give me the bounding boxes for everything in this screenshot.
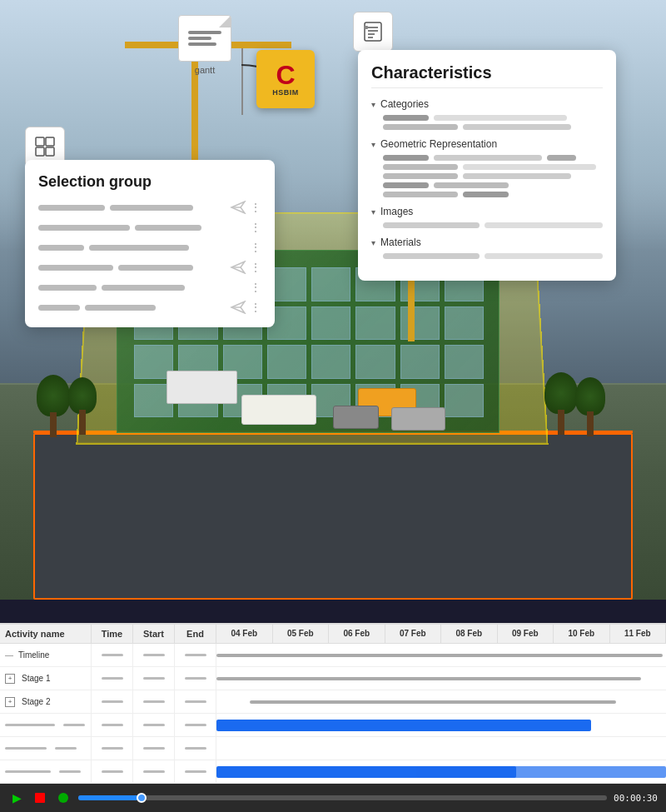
playback-track[interactable] <box>78 795 607 800</box>
gantt-row-activity <box>0 737 92 760</box>
start-dash <box>143 770 165 773</box>
time-dash <box>102 770 123 773</box>
char-section-label-geometric: Geometric Representation <box>380 138 497 150</box>
char-row <box>383 192 603 197</box>
end-dash <box>185 770 206 773</box>
sel-pill <box>38 285 97 291</box>
start-dash <box>143 747 165 750</box>
sel-row-left <box>38 245 246 251</box>
gantt-row-time <box>92 714 133 736</box>
char-section-header-images[interactable]: ▾ Images <box>371 206 603 217</box>
more-dots-icon[interactable]: ⋮ <box>250 261 261 274</box>
char-rows-geometric <box>371 155 603 197</box>
gantt-date-11feb: 11 Feb <box>610 625 667 643</box>
char-section-header-geometric[interactable]: ▾ Geometric Representation <box>371 138 603 150</box>
gantt-col-start: Start <box>133 625 175 643</box>
end-dash <box>185 747 206 750</box>
start-dash <box>143 700 165 703</box>
more-dots-icon[interactable]: ⋮ <box>250 201 261 214</box>
gantt-file-label: gantt <box>175 65 235 75</box>
gantt-bar <box>216 654 663 657</box>
gantt-row-end <box>175 760 216 783</box>
tree-4 <box>587 377 605 436</box>
play-button[interactable]: ▶ <box>8 790 25 806</box>
gantt-row-activity <box>0 714 92 736</box>
send-icon <box>230 201 246 214</box>
char-section-header-categories[interactable]: ▾ Categories <box>371 98 603 110</box>
more-dots-icon[interactable]: ⋮ <box>250 221 261 234</box>
row-dash-icon: — <box>5 650 13 660</box>
char-row <box>383 173 603 179</box>
characteristics-panel-icon <box>353 12 393 52</box>
activity-dash-2 <box>55 747 77 750</box>
gantt-row-end <box>175 737 216 760</box>
expand-button[interactable]: + <box>5 697 15 707</box>
chevron-images: ▾ <box>371 207 375 217</box>
start-dash <box>143 724 165 726</box>
svg-rect-4 <box>364 26 368 29</box>
sel-row-left <box>38 265 230 271</box>
activity-dash-2 <box>59 770 81 773</box>
characteristics-title: Characteristics <box>371 63 603 88</box>
gantt-date-07feb: 07 Feb <box>385 625 442 643</box>
gantt-bar-blue-end <box>416 766 666 778</box>
table-row <box>0 760 666 784</box>
table-row <box>0 714 666 737</box>
char-row <box>383 124 603 130</box>
gantt-bar <box>250 700 616 704</box>
send-icon <box>230 261 246 274</box>
sel-pill <box>89 245 189 251</box>
hsbim-letter: C <box>276 62 295 88</box>
gantt-row-chart <box>216 644 666 666</box>
gantt-row-chart <box>216 714 666 736</box>
activity-dash <box>5 770 51 773</box>
list-item: ⋮ <box>38 301 261 314</box>
char-pill <box>383 192 458 197</box>
gantt-col-time: Time <box>92 625 133 643</box>
stop-button[interactable] <box>32 790 48 806</box>
expand-button[interactable]: + <box>5 674 15 684</box>
char-pill <box>383 155 429 161</box>
gantt-icon-box <box>178 15 231 62</box>
char-pill <box>485 222 603 228</box>
playback-thumb[interactable] <box>137 793 147 803</box>
sel-row-left <box>38 305 230 311</box>
selection-group-title: Selection group <box>38 173 261 191</box>
gantt-date-08feb: 08 Feb <box>441 625 498 643</box>
gantt-row-label: Stage 1 <box>22 674 50 683</box>
gantt-row-start <box>133 737 175 760</box>
char-pill <box>434 155 542 161</box>
parking-area <box>33 433 633 600</box>
gantt-row-start <box>133 690 175 713</box>
char-section-header-materials[interactable]: ▾ Materials <box>371 237 603 248</box>
activity-dash <box>5 747 47 750</box>
chevron-materials: ▾ <box>371 238 375 247</box>
gantt-lines <box>188 28 221 48</box>
gantt-date-06feb: 06 Feb <box>329 625 385 643</box>
start-dash <box>143 677 165 680</box>
record-button[interactable] <box>55 790 72 806</box>
char-pill <box>463 164 596 170</box>
char-section-materials: ▾ Materials <box>371 237 603 259</box>
playback-progress <box>78 795 142 800</box>
gantt-row-label: Stage 2 <box>22 697 50 706</box>
gantt-row-chart <box>216 690 666 713</box>
hsbim-icon: C HSBIM <box>256 50 315 108</box>
more-dots-icon[interactable]: ⋮ <box>250 241 261 254</box>
char-section-geometric: ▾ Geometric Representation <box>371 138 603 197</box>
list-item: ⋮ <box>38 241 261 254</box>
gantt-row-activity: + Stage 2 <box>0 690 92 713</box>
char-pill <box>383 253 480 259</box>
gantt-row-label: Timeline <box>18 650 49 660</box>
gantt-date-10feb: 10 Feb <box>554 625 610 643</box>
end-dash <box>185 700 206 703</box>
char-rows-materials <box>371 253 603 259</box>
hsbim-label: HSBIM <box>272 88 299 97</box>
crane-left-cable <box>241 48 243 115</box>
more-dots-icon[interactable]: ⋮ <box>250 301 261 314</box>
char-section-label-images: Images <box>380 206 413 217</box>
activity-dash-2 <box>63 724 85 726</box>
more-dots-icon[interactable]: ⋮ <box>250 281 261 294</box>
time-dash <box>102 654 123 656</box>
play-icon: ▶ <box>12 791 22 805</box>
